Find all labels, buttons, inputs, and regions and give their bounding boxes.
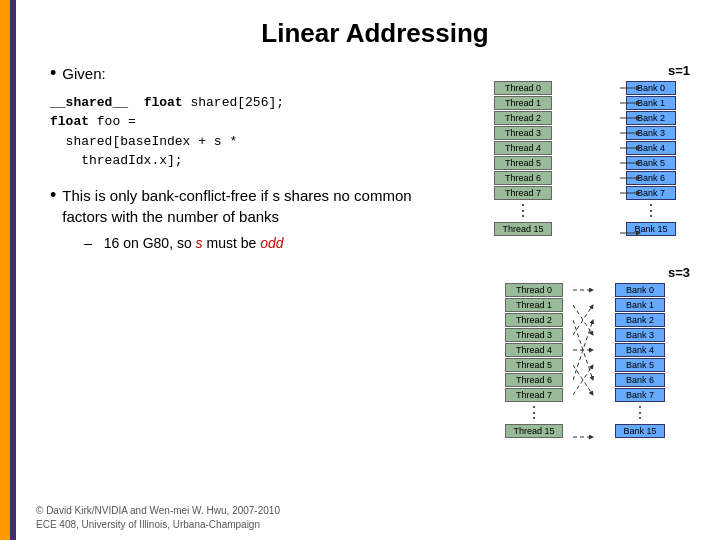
s1-bank-0: Bank 0 (626, 81, 676, 95)
bullet-dot-1: • (50, 63, 56, 85)
slide: Linear Addressing • Given: __shared__ fl… (0, 0, 720, 540)
right-column: s=1 Thread 0 Thread 1 Thread 2 Thread 3 … (470, 63, 700, 445)
s3-thread-5: Thread 5 (505, 358, 563, 372)
s3-bank-col: Bank 0 Bank 1 Bank 2 Bank 3 Bank 4 Bank … (615, 283, 665, 438)
bullet1: • Given: (50, 63, 460, 85)
s3-bank-dots: ⋮ (615, 405, 665, 421)
s3-label: s=3 (668, 265, 690, 280)
bullet1-label: Given: (62, 63, 105, 84)
s1-thread-0: Thread 0 (494, 81, 552, 95)
left-bar-orange (0, 0, 10, 540)
s3-bank-1: Bank 1 (615, 298, 665, 312)
s3-thread-3: Thread 3 (505, 328, 563, 342)
s1-diagram: Thread 0 Thread 1 Thread 2 Thread 3 Thre… (494, 81, 676, 241)
bullet2: • This is only bank-conflict-free if s s… (50, 185, 460, 251)
s1-bank-dots: ⋮ (626, 203, 676, 219)
s3-thread-15: Thread 15 (505, 424, 563, 438)
s1-bank-4: Bank 4 (626, 141, 676, 155)
s3-bank-3: Bank 3 (615, 328, 665, 342)
s3-bank-15: Bank 15 (615, 424, 665, 438)
code-line-3: shared[baseIndex + s * (50, 132, 460, 152)
s3-arrows-svg (573, 283, 595, 445)
code-line-4: threadIdx.x]; (50, 151, 460, 171)
s1-thread-dots: ⋮ (494, 203, 552, 219)
s1-bank-col: Bank 0 Bank 1 Bank 2 Bank 3 Bank 4 Bank … (626, 81, 676, 236)
sub-bullet: – 16 on G80, so s must be odd (84, 235, 460, 251)
s1-bank-1: Bank 1 (626, 96, 676, 110)
s1-thread-6: Thread 6 (494, 171, 552, 185)
s3-thread-col: Thread 0 Thread 1 Thread 2 Thread 3 Thre… (505, 283, 563, 438)
s1-label: s=1 (668, 63, 690, 78)
s1-bank-5: Bank 5 (626, 156, 676, 170)
s1-bank-7: Bank 7 (626, 186, 676, 200)
s1-thread-5: Thread 5 (494, 156, 552, 170)
s3-thread-0: Thread 0 (505, 283, 563, 297)
s3-bank-2: Bank 2 (615, 313, 665, 327)
footnote-line1: © David Kirk/NVIDIA and Wen-mei W. Hwu, … (36, 504, 280, 518)
s3-bank-0: Bank 0 (615, 283, 665, 297)
s3-thread-1: Thread 1 (505, 298, 563, 312)
s3-bank-4: Bank 4 (615, 343, 665, 357)
s1-diagram-outer: Thread 0 Thread 1 Thread 2 Thread 3 Thre… (494, 81, 676, 241)
s1-diagram-wrapper: s=1 Thread 0 Thread 1 Thread 2 Thread 3 … (470, 63, 700, 241)
content-area: • Given: __shared__ float shared[256]; f… (50, 63, 700, 445)
s1-bank-15: Bank 15 (626, 222, 676, 236)
s3-diagram-wrapper: s=3 Thread 0 Thread 1 Thread 2 Thread 3 … (470, 265, 700, 445)
s3-bank-7: Bank 7 (615, 388, 665, 402)
s3-thread-6: Thread 6 (505, 373, 563, 387)
code-line-2: float foo = (50, 112, 460, 132)
s1-bank-3: Bank 3 (626, 126, 676, 140)
code-block: __shared__ float shared[256]; float foo … (50, 93, 460, 171)
s3-bank-6: Bank 6 (615, 373, 665, 387)
footnote-line2: ECE 408, University of Illinois, Urbana-… (36, 518, 280, 532)
s3-thread-dots: ⋮ (505, 405, 563, 421)
s1-thread-col: Thread 0 Thread 1 Thread 2 Thread 3 Thre… (494, 81, 552, 236)
left-column: • Given: __shared__ float shared[256]; f… (50, 63, 470, 445)
s1-bank-6: Bank 6 (626, 171, 676, 185)
slide-title: Linear Addressing (50, 18, 700, 49)
s3-diagram: Thread 0 Thread 1 Thread 2 Thread 3 Thre… (505, 283, 665, 445)
code-line-1: __shared__ float shared[256]; (50, 93, 460, 113)
s3-thread-4: Thread 4 (505, 343, 563, 357)
s1-thread-3: Thread 3 (494, 126, 552, 140)
s3-thread-2: Thread 2 (505, 313, 563, 327)
s1-bank-2: Bank 2 (626, 111, 676, 125)
footnote: © David Kirk/NVIDIA and Wen-mei W. Hwu, … (36, 504, 280, 532)
s1-thread-2: Thread 2 (494, 111, 552, 125)
s1-thread-15: Thread 15 (494, 222, 552, 236)
s3-thread-7: Thread 7 (505, 388, 563, 402)
bullet-dot-2: • (50, 185, 56, 207)
s1-thread-7: Thread 7 (494, 186, 552, 200)
left-bar-blue (10, 0, 16, 540)
s1-thread-4: Thread 4 (494, 141, 552, 155)
s3-bank-5: Bank 5 (615, 358, 665, 372)
bullet2-text: This is only bank-conflict-free if s sha… (62, 187, 411, 225)
s3-diagram-outer: Thread 0 Thread 1 Thread 2 Thread 3 Thre… (505, 283, 665, 445)
s1-thread-1: Thread 1 (494, 96, 552, 110)
